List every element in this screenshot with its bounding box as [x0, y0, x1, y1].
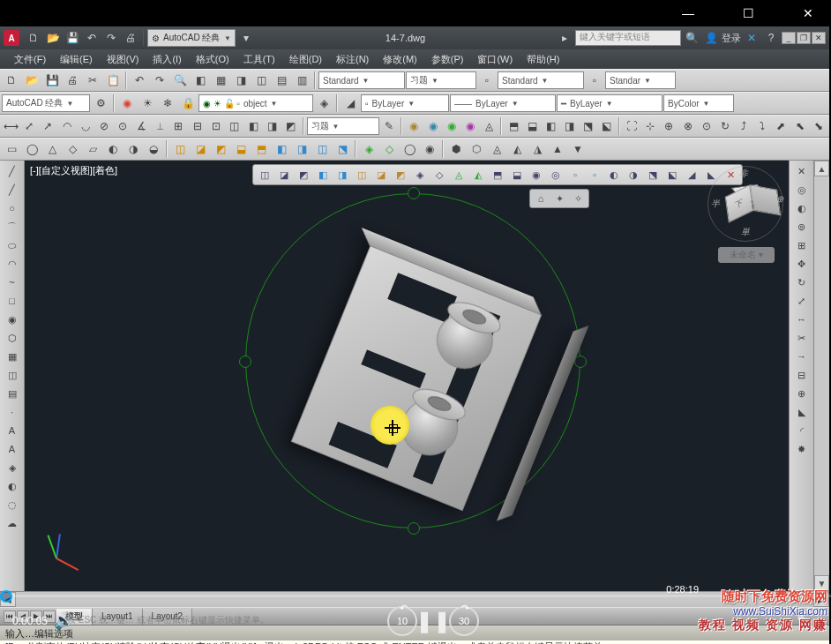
- solid-icon[interactable]: ▭: [2, 139, 21, 159]
- solid-icon[interactable]: ◫: [170, 139, 190, 159]
- mirror-icon[interactable]: ◐: [792, 199, 812, 217]
- menu-draw[interactable]: 绘图(D): [282, 50, 329, 68]
- new-file-icon[interactable]: 🗋: [25, 29, 42, 47]
- solid-icon[interactable]: ▲: [548, 139, 567, 159]
- dimstyle-selector[interactable]: 习题▼: [406, 71, 476, 89]
- skip-forward-button[interactable]: ↷30: [449, 606, 479, 636]
- ucs-icon[interactable]: ⊹: [641, 116, 659, 136]
- float-icon[interactable]: ⬓: [508, 166, 526, 183]
- float-icon[interactable]: ◑: [625, 166, 642, 183]
- offset-icon[interactable]: ⊚: [792, 218, 812, 236]
- dim-icon[interactable]: ✎: [380, 116, 398, 136]
- tool-icon[interactable]: 🔍: [170, 71, 190, 90]
- workspace-selector[interactable]: ⚙AutoCAD 经典▼: [147, 29, 236, 47]
- ucs-icon[interactable]: ⬉: [790, 116, 808, 136]
- viewport-label[interactable]: [-][自定义视图][着色]: [30, 164, 117, 177]
- hatch-icon[interactable]: ▦: [3, 348, 22, 365]
- float-icon[interactable]: ⬔: [644, 166, 662, 183]
- solid-icon[interactable]: ◨: [292, 139, 311, 159]
- pause-button[interactable]: ❚❚: [417, 605, 449, 637]
- join-icon[interactable]: ⊕: [792, 385, 812, 402]
- rect-icon[interactable]: □: [3, 292, 22, 310]
- layer-icon[interactable]: ◉: [117, 94, 137, 113]
- dim-icon[interactable]: ⊟: [189, 116, 206, 136]
- progress-thumb-icon[interactable]: [0, 590, 12, 603]
- view-icon[interactable]: ⬔: [580, 116, 597, 136]
- quickbar-dropdown-icon[interactable]: ▾: [237, 29, 255, 47]
- solid-icon[interactable]: △: [42, 139, 62, 159]
- solid-icon[interactable]: ◑: [124, 139, 143, 159]
- tool-icon[interactable]: ▦: [211, 71, 230, 90]
- stretch-icon[interactable]: ↔: [792, 311, 812, 328]
- insert-icon[interactable]: ◐: [3, 477, 22, 495]
- solid-icon[interactable]: ⬓: [231, 139, 251, 159]
- login-label[interactable]: 登录: [722, 32, 741, 45]
- menu-window[interactable]: 窗口(W): [470, 50, 520, 68]
- solid-icon[interactable]: ◭: [507, 139, 527, 159]
- text-icon[interactable]: A: [3, 422, 22, 439]
- solid-icon[interactable]: ◯: [22, 139, 41, 159]
- search-go-icon[interactable]: 🔍: [683, 29, 700, 47]
- float-icon[interactable]: ◫: [256, 166, 273, 183]
- render-icon[interactable]: ◉: [405, 116, 423, 136]
- float-icon[interactable]: ▫: [586, 166, 603, 183]
- os-maximize-button[interactable]: ☐: [729, 0, 767, 26]
- orbit-handle-right[interactable]: [574, 356, 587, 368]
- mtext-icon[interactable]: A: [3, 440, 22, 458]
- nav-home-icon[interactable]: ⌂: [533, 191, 549, 206]
- print-icon[interactable]: 🖨: [122, 29, 139, 47]
- user-icon[interactable]: 👤: [702, 29, 720, 47]
- float-icon[interactable]: ◪: [372, 166, 390, 183]
- extend-icon[interactable]: →: [792, 348, 812, 365]
- float-icon[interactable]: ◢: [683, 166, 700, 183]
- tool-icon[interactable]: ↷: [150, 71, 169, 90]
- ucs-icon[interactable]: ⬈: [772, 116, 790, 136]
- undo-icon[interactable]: ↶: [83, 29, 101, 47]
- dim-icon[interactable]: ◡: [77, 116, 94, 136]
- break-icon[interactable]: ⊟: [792, 366, 812, 384]
- layer-selector[interactable]: ◉ ☀ 🔓 ▫ object▼: [198, 94, 313, 112]
- render-icon[interactable]: ◉: [443, 116, 460, 136]
- dim-icon[interactable]: ◧: [244, 116, 262, 136]
- tool-icon[interactable]: 📋: [103, 71, 123, 90]
- trim-icon[interactable]: ✂: [792, 329, 812, 347]
- tool-icon[interactable]: ❄: [158, 94, 177, 113]
- color-selector[interactable]: ▫ByLayer▼: [361, 94, 449, 112]
- circle-icon[interactable]: ○: [3, 199, 22, 217]
- dim-icon[interactable]: ⊘: [95, 116, 113, 136]
- app-close-button[interactable]: ✕: [812, 32, 826, 44]
- ucs-icon[interactable]: ⤴: [735, 116, 752, 136]
- menu-parametric[interactable]: 参数(P): [424, 50, 471, 68]
- point-icon[interactable]: ·: [3, 403, 22, 421]
- copy-icon[interactable]: ◎: [792, 181, 812, 198]
- menu-dimension[interactable]: 标注(N): [329, 50, 376, 68]
- render-icon[interactable]: ◉: [423, 116, 441, 136]
- menu-format[interactable]: 格式(O): [189, 50, 236, 68]
- dim-icon[interactable]: ⊞: [169, 116, 187, 136]
- orbit-handle-top[interactable]: [408, 187, 420, 199]
- ucs-icon[interactable]: ⛶: [623, 116, 640, 136]
- menu-file[interactable]: 文件(F): [7, 50, 53, 68]
- mlstyle-selector[interactable]: Standar▼: [605, 71, 676, 89]
- dim-icon[interactable]: ⟷: [2, 116, 19, 136]
- plotstyle-selector[interactable]: ByColor▼: [663, 94, 734, 112]
- line-icon[interactable]: ╱: [3, 162, 22, 180]
- ucs-icon[interactable]: ↻: [716, 116, 734, 136]
- float-icon[interactable]: ◩: [392, 166, 409, 183]
- array-icon[interactable]: ⊞: [792, 236, 812, 254]
- volume-icon[interactable]: 🔊: [48, 605, 79, 637]
- lineweight-selector[interactable]: ━ByLayer▼: [557, 94, 663, 112]
- solid-icon[interactable]: ◬: [487, 139, 506, 159]
- tool-icon[interactable]: ◨: [231, 71, 251, 90]
- solid-icon[interactable]: ⬢: [446, 139, 466, 159]
- app-minimize-button[interactable]: _: [782, 32, 796, 44]
- menu-view[interactable]: 视图(V): [100, 50, 146, 68]
- tool-icon[interactable]: 💾: [42, 71, 62, 90]
- dimstyle-combo[interactable]: 习题▼: [307, 117, 380, 135]
- arc-icon[interactable]: ⌒: [3, 218, 22, 236]
- spline-icon[interactable]: ~: [3, 273, 22, 291]
- float-icon[interactable]: ◧: [314, 166, 332, 183]
- explode-icon[interactable]: ✸: [792, 440, 812, 458]
- exchange-icon[interactable]: ✕: [743, 29, 760, 47]
- tool-icon[interactable]: ◈: [314, 94, 333, 113]
